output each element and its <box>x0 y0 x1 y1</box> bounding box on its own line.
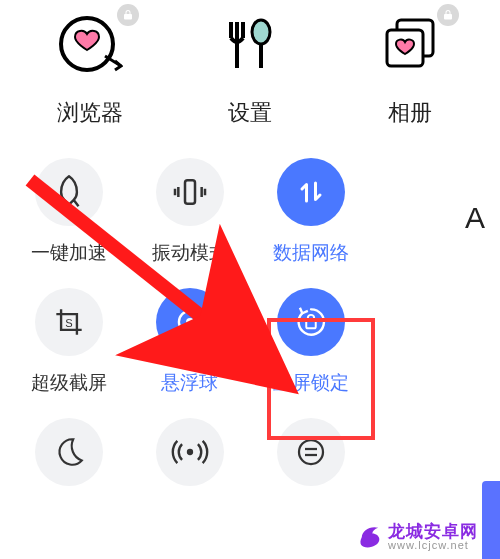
data-arrows-icon <box>277 158 345 226</box>
app-settings[interactable]: 设置 <box>175 10 325 128</box>
tile-label: 振动模式 <box>152 240 228 266</box>
tile-label: 超级截屏 <box>31 370 107 396</box>
svg-text:S: S <box>65 317 72 329</box>
rocket-icon <box>35 158 103 226</box>
svg-rect-9 <box>185 180 195 203</box>
app-shortcut-row: 浏览器 设置 相册 <box>0 0 500 128</box>
tile-data[interactable]: 数据网络 <box>250 158 371 266</box>
gallery-heart-icon <box>375 10 445 80</box>
site-watermark: 龙城安卓网 www.lcjcw.net <box>356 523 478 551</box>
svg-rect-13 <box>306 320 316 328</box>
svg-point-5 <box>252 20 270 44</box>
tile-more[interactable] <box>250 418 371 486</box>
app-label: 相册 <box>388 98 432 128</box>
tile-floatball[interactable]: 悬浮球 <box>129 288 250 396</box>
tile-night[interactable] <box>8 418 129 486</box>
browser-heart-icon <box>55 10 125 80</box>
app-label: 设置 <box>228 98 272 128</box>
tile-boost[interactable]: 一键加速 <box>8 158 129 266</box>
tile-empty-r3c4 <box>371 418 492 486</box>
watermark-name: 龙城安卓网 <box>388 523 478 540</box>
equal-circle-icon <box>277 418 345 486</box>
svg-point-14 <box>186 449 192 455</box>
app-label: 浏览器 <box>57 98 123 128</box>
vibrate-icon <box>156 158 224 226</box>
tile-hotspot[interactable] <box>129 418 250 486</box>
tile-vibrate[interactable]: 振动模式 <box>129 158 250 266</box>
tile-label: 竖屏锁定 <box>273 370 349 396</box>
moon-icon <box>35 418 103 486</box>
tile-label: 一键加速 <box>31 240 107 266</box>
quick-settings-grid: 一键加速 振动模式 数据网络 S 超级截屏 悬浮球 竖屏锁定 <box>0 128 500 486</box>
crop-s-icon: S <box>35 288 103 356</box>
rotate-lock-icon <box>277 288 345 356</box>
target-icon <box>156 288 224 356</box>
scroll-indicator[interactable] <box>482 481 500 559</box>
tile-label: 悬浮球 <box>161 370 218 396</box>
hotspot-icon <box>156 418 224 486</box>
svg-point-15 <box>299 440 323 464</box>
settings-utensils-icon <box>215 10 285 80</box>
app-browser[interactable]: 浏览器 <box>15 10 165 128</box>
tile-rotation-lock[interactable]: 竖屏锁定 <box>250 288 371 396</box>
tile-empty-r1c4 <box>371 158 492 266</box>
watermark-logo-icon <box>356 523 384 551</box>
watermark-domain: www.lcjcw.net <box>388 540 478 551</box>
app-gallery[interactable]: 相册 <box>335 10 485 128</box>
tile-screenshot[interactable]: S 超级截屏 <box>8 288 129 396</box>
svg-point-12 <box>186 318 194 326</box>
tile-empty-r2c4 <box>371 288 492 396</box>
tile-label: 数据网络 <box>273 240 349 266</box>
